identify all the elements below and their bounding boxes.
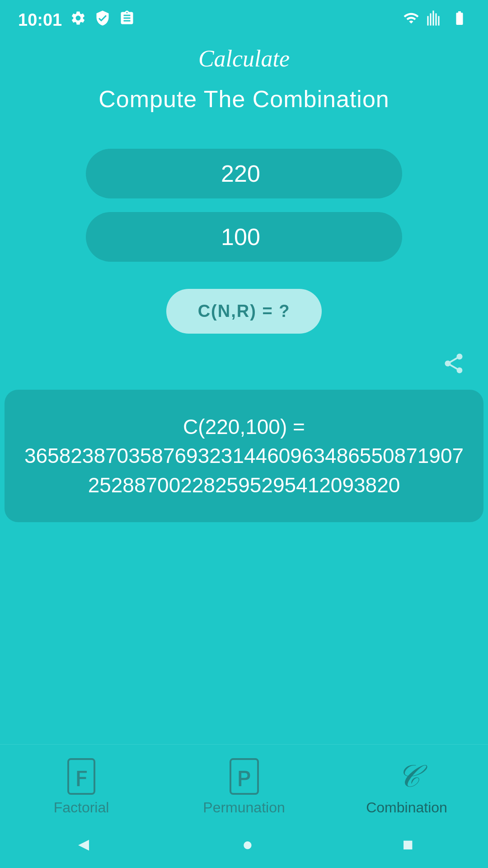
page-title: Compute The Combination [0, 85, 488, 113]
battery-icon [449, 10, 470, 30]
result-expression: C(220,100) = [183, 415, 305, 439]
app-title: Calculate [0, 45, 488, 72]
result-text: C(220,100) = 365823870358769323144609634… [23, 412, 465, 500]
n-input[interactable] [86, 149, 402, 198]
combination-icon: 𝒞 [395, 759, 418, 795]
factorial-label: Factorial [54, 799, 109, 816]
combination-label: Combination [366, 799, 447, 816]
nav-item-permutation[interactable]: ᴘ Permunation [163, 758, 325, 816]
back-button[interactable]: ◄ [75, 834, 93, 854]
status-left: 10:01 [18, 10, 135, 30]
result-value: 3658238703587693231446096348655087190725… [24, 444, 464, 496]
home-button[interactable]: ● [242, 834, 253, 854]
status-right [402, 10, 470, 30]
nav-item-factorial[interactable]: ꜰ Factorial [0, 758, 163, 816]
system-nav-bar: ◄ ● ■ [0, 825, 488, 868]
factorial-icon: ꜰ [67, 758, 95, 795]
clipboard-icon [119, 10, 135, 30]
status-time: 10:01 [18, 10, 62, 30]
shield-icon [94, 10, 111, 30]
signal-icon [427, 10, 443, 30]
bottom-nav: ꜰ Factorial ᴘ Permunation 𝒞 Combination [0, 744, 488, 825]
permutation-icon: ᴘ [230, 758, 259, 795]
permutation-label: Permunation [203, 799, 285, 816]
share-icon[interactable] [442, 352, 465, 381]
status-bar: 10:01 [0, 0, 488, 36]
input-area [0, 149, 488, 262]
calculate-button[interactable]: C(N,R) = ? [166, 289, 322, 334]
r-input[interactable] [86, 212, 402, 262]
nav-item-combination[interactable]: 𝒞 Combination [325, 759, 488, 816]
calc-btn-area: C(N,R) = ? [0, 289, 488, 334]
recent-button[interactable]: ■ [402, 834, 413, 854]
share-area [0, 352, 488, 381]
wifi-icon [402, 10, 420, 30]
settings-icon [70, 10, 86, 30]
result-area: C(220,100) = 365823870358769323144609634… [5, 390, 483, 522]
